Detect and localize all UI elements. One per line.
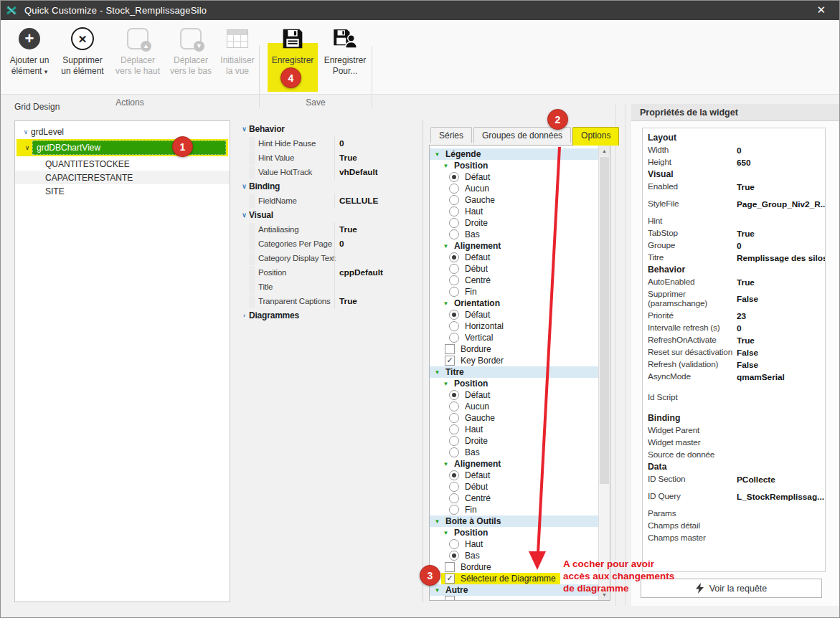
property-row[interactable]: Position cppDefault <box>238 265 422 280</box>
radio-icon[interactable] <box>449 310 459 320</box>
chevron-icon[interactable]: ∨ <box>240 183 249 190</box>
radio-icon[interactable] <box>449 172 459 182</box>
widget-property-row[interactable]: Source de donnée <box>648 449 825 461</box>
widget-property-row[interactable]: Visual <box>648 168 825 181</box>
widget-property-row[interactable]: Id Script <box>648 391 825 404</box>
property-value[interactable] <box>334 280 422 294</box>
tree-row[interactable]: ∨ grdDBChartView <box>16 139 228 156</box>
expand-arrow-icon[interactable]: ▼ <box>442 163 450 169</box>
expand-arrow-icon[interactable]: ▼ <box>442 381 450 387</box>
options-tree-row[interactable]: ▼ Bordure <box>430 343 599 355</box>
radio-icon[interactable] <box>449 413 459 423</box>
tab[interactable]: Options <box>572 127 619 146</box>
widget-property-value[interactable]: PCollecte <box>737 475 775 485</box>
radio-icon[interactable] <box>449 539 459 549</box>
widget-property-value[interactable]: 0 <box>737 323 742 333</box>
property-row[interactable]: ∨ Visual <box>238 208 422 222</box>
options-tree-row[interactable]: ▼ Bas <box>430 447 599 458</box>
options-tree-row[interactable]: ▼ Position <box>430 378 599 389</box>
save-for-button[interactable]: Enregistrer Pour... <box>321 24 369 77</box>
widget-property-value[interactable]: True <box>737 336 755 346</box>
options-tree-row[interactable]: ▼ Orientation <box>430 298 599 309</box>
options-tree-row[interactable]: ▼ Défaut <box>430 470 599 481</box>
widget-property-row[interactable]: Refresh (validation) False <box>648 358 825 371</box>
widget-property-row[interactable] <box>648 404 825 412</box>
widget-property-value[interactable]: L_StockRemplissag... <box>737 492 824 502</box>
options-tree-row[interactable]: ▼ Titre <box>430 366 599 378</box>
radio-icon[interactable] <box>449 505 459 515</box>
options-tree-row[interactable]: ▼ Aucun <box>430 401 599 412</box>
widget-property-value[interactable]: 0 <box>737 241 742 251</box>
options-tree-row[interactable]: ▼ <box>430 596 599 601</box>
radio-icon[interactable] <box>449 321 459 331</box>
radio-icon[interactable] <box>449 252 459 262</box>
chevron-icon[interactable]: ∨ <box>240 125 249 133</box>
widget-property-row[interactable] <box>648 383 825 391</box>
property-value[interactable]: True <box>334 294 422 308</box>
property-value[interactable]: 0 <box>334 237 422 251</box>
widget-property-value[interactable]: False <box>737 348 758 358</box>
options-tree-row[interactable]: ▼ Vertical <box>430 332 599 343</box>
options-tree-row[interactable]: ▼ Haut <box>430 206 599 217</box>
property-row[interactable]: Category Display Text <box>238 251 422 265</box>
widget-property-row[interactable]: Champs détail <box>648 520 825 532</box>
property-row[interactable]: FieldName CELLULE <box>238 194 422 208</box>
radio-icon[interactable] <box>449 218 459 228</box>
widget-property-value[interactable]: Remplissage des silos <box>737 253 826 263</box>
widget-property-value[interactable]: True <box>737 229 755 239</box>
options-tree-row[interactable]: ▼ Gauche <box>430 194 599 206</box>
options-tree-row[interactable]: ▼ Défaut <box>430 171 599 183</box>
expand-arrow-icon[interactable]: ▼ <box>433 518 441 525</box>
options-tree-row[interactable]: ▼ Alignement <box>430 240 599 252</box>
tree-row[interactable]: SITE <box>15 184 230 198</box>
expand-arrow-icon[interactable]: ▼ <box>433 587 441 594</box>
property-row[interactable]: › Diagrammes <box>238 308 422 323</box>
radio-icon[interactable] <box>449 264 459 274</box>
panel-splitter[interactable] <box>423 120 423 602</box>
expand-arrow-icon[interactable]: ▼ <box>442 300 450 307</box>
chevron-down-icon[interactable]: ∨ <box>22 144 32 151</box>
add-item-button[interactable]: + Ajouter un élément ▾ <box>5 24 54 77</box>
property-row[interactable]: Hint Value True <box>238 151 422 165</box>
widget-property-row[interactable]: Widget Parent <box>648 424 825 437</box>
widget-property-row[interactable]: RefreshOnActivate True <box>648 334 825 346</box>
tree-row[interactable]: ∨ grdLevel <box>15 125 230 138</box>
options-tree-row[interactable]: ▼ Défaut <box>430 252 599 263</box>
widget-property-row[interactable]: StyleFile Page_Group_Niv2_R... <box>648 198 825 210</box>
property-value[interactable]: True <box>334 151 422 165</box>
widget-property-row[interactable]: AutoEnabled True <box>648 276 825 288</box>
widget-property-value[interactable]: Page_Group_Niv2_R... <box>737 199 826 209</box>
widget-property-row[interactable]: Enabled True <box>648 181 825 193</box>
property-row[interactable]: Tranparent Captions True <box>238 294 422 308</box>
widget-property-row[interactable]: Reset sur désactivation False <box>648 346 825 358</box>
options-tree-row[interactable]: ▼ Boite à Outils <box>430 515 599 527</box>
property-value[interactable]: True <box>334 222 422 237</box>
widget-property-row[interactable] <box>648 503 825 508</box>
property-row[interactable]: Hint Hide Pause 0 <box>238 136 422 151</box>
radio-icon[interactable] <box>449 333 459 343</box>
widget-property-row[interactable]: Titre Remplissage des silos <box>648 252 825 264</box>
panel-splitter[interactable] <box>625 104 626 606</box>
property-row[interactable]: ∨ Behavior <box>238 122 422 136</box>
widget-property-row[interactable]: Height 650 <box>648 156 825 168</box>
expand-arrow-icon[interactable]: ▼ <box>433 369 441 376</box>
radio-icon[interactable] <box>449 424 459 434</box>
widget-property-row[interactable] <box>648 485 825 490</box>
property-value[interactable] <box>334 251 422 265</box>
options-tree-row[interactable]: ▼ Position <box>430 527 599 538</box>
widget-property-value[interactable]: 650 <box>737 158 751 168</box>
property-value[interactable]: cppDefault <box>334 265 422 280</box>
options-tree-row[interactable]: ▼ Alignement <box>430 458 599 470</box>
widget-property-row[interactable]: Supprimer (paramschange) False <box>648 288 825 310</box>
scroll-up-icon[interactable]: ▲ <box>599 146 610 156</box>
options-tree-row[interactable]: ▼ Légende <box>430 148 599 160</box>
widget-property-row[interactable]: Hint <box>648 215 825 227</box>
options-tree-row[interactable]: ▼ Défaut <box>430 309 599 320</box>
options-tree-row[interactable]: ▼ Début <box>430 481 599 493</box>
radio-icon[interactable] <box>449 275 459 285</box>
radio-icon[interactable] <box>449 493 459 503</box>
property-row[interactable]: Antialiasing True <box>238 222 422 237</box>
property-row[interactable]: Value HotTrack vhDefault <box>238 165 422 179</box>
remove-item-button[interactable]: ✕ Supprimer un élément <box>57 24 108 77</box>
radio-icon[interactable] <box>449 390 459 400</box>
